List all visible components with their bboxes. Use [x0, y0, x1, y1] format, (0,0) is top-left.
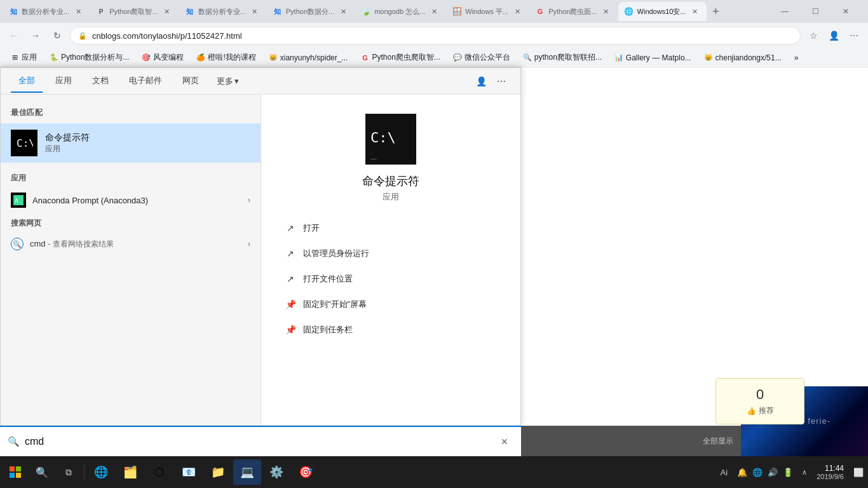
app-list-anaconda[interactable]: A Anaconda Prompt (Anaconda3) ›	[1, 187, 261, 213]
search-tab-web[interactable]: 网页	[175, 70, 207, 93]
bookmark-zhilian[interactable]: 🔍 python爬取智联招...	[518, 51, 607, 64]
tab-5-close[interactable]: ✕	[429, 6, 439, 17]
bookmark-wechat[interactable]: 💬 微信公众平台	[448, 51, 515, 64]
star-button[interactable]: ☆	[804, 27, 822, 44]
taskbar-app-terminal[interactable]: 💻	[233, 459, 261, 485]
search-options-icon[interactable]: ⋯	[492, 72, 510, 90]
tab-2-close[interactable]: ✕	[162, 6, 172, 17]
action-center-icon[interactable]: ⬜	[851, 466, 865, 478]
tab-7-close[interactable]: ✕	[601, 6, 611, 17]
search-clear-button[interactable]: ✕	[496, 433, 513, 451]
tab-7[interactable]: G Python爬虫面... ✕	[529, 2, 617, 21]
tab-4[interactable]: 知 Python数据分... ✕	[267, 2, 355, 21]
show-all-label[interactable]: 全部显示	[703, 436, 733, 447]
bookmark-chengla[interactable]: 🍊 橙啦!我的课程	[191, 51, 261, 64]
tab-7-title: Python爬虫面...	[548, 7, 597, 17]
search-input[interactable]	[25, 436, 491, 447]
taskview-button[interactable]: ⧉	[56, 460, 81, 484]
action-open[interactable]: ↗ 打开	[274, 215, 508, 241]
tab-8[interactable]: 🌐 Windows10安... ✕	[618, 2, 707, 21]
settings-button[interactable]: ⋯	[845, 27, 863, 44]
tab-3-close[interactable]: ✕	[250, 6, 260, 17]
tab-8-close[interactable]: ✕	[690, 6, 700, 17]
bookmark-spider[interactable]: 😸 xianyunyh/spider_...	[264, 52, 353, 64]
web-search-label: 搜索网页	[1, 213, 261, 233]
bookmark-crawl[interactable]: G Python爬虫爬取智...	[355, 51, 445, 64]
taskbar-right: Ai 🔔 🌐 🔊 🔋 ∧ 11:44 2019/9/6 ⬜	[718, 464, 865, 480]
back-button[interactable]: ←	[5, 27, 23, 44]
web-search-text: cmd - 查看网络搜索结果	[30, 239, 114, 250]
action-pin-taskbar-icon: 📌	[284, 323, 297, 336]
taskbar-app-mail[interactable]: 📧	[175, 459, 203, 485]
bookmark-more[interactable]: »	[789, 52, 804, 64]
bookmark-fengbian[interactable]: 🎯 风变编程	[137, 51, 189, 64]
bookmark-python[interactable]: 🐍 Python数据分析与...	[44, 51, 134, 64]
tab-4-close[interactable]: ✕	[338, 6, 348, 17]
forward-button[interactable]: →	[27, 27, 44, 44]
web-search-left: 🔍 cmd - 查看网络搜索结果	[11, 238, 114, 250]
taskbar-app-browser[interactable]: 🌐	[87, 459, 115, 485]
volume-icon[interactable]: 🔊	[766, 466, 780, 478]
tray-expand-icon[interactable]: ∧	[800, 467, 809, 478]
notification-icon[interactable]: 🔔	[735, 466, 749, 478]
search-tab-docs[interactable]: 文档	[85, 70, 116, 93]
action-admin-icon: ↗	[284, 247, 297, 260]
action-pin-taskbar[interactable]: 📌 固定到任务栏	[274, 317, 508, 342]
refresh-button[interactable]: ↻	[48, 27, 66, 44]
taskbar-app-extra[interactable]: 🎯	[292, 459, 320, 485]
close-button[interactable]: ✕	[831, 0, 860, 23]
maximize-button[interactable]: ☐	[801, 0, 830, 23]
web-search-item[interactable]: 🔍 cmd - 查看网络搜索结果 ›	[1, 233, 261, 255]
taskbar-app-file-explorer[interactable]: 🗂️	[116, 459, 144, 485]
bookmark-fengbian-label: 风变编程	[153, 52, 184, 63]
bookmark-spider-label: xianyunyh/spider_...	[280, 53, 348, 62]
taskbar: 🔍 ⧉ 🌐 🗂️ ⬡ 📧 📁 💻 ⚙️ 🎯 Ai 🔔 🌐 🔊 🔋 ∧ 11:44…	[0, 456, 868, 488]
taskbar-app-store[interactable]: ⬡	[146, 459, 173, 485]
taskbar-search-button[interactable]: 🔍	[29, 460, 55, 484]
tab-1[interactable]: 知 数据分析专业... ✕	[3, 2, 90, 21]
taskbar-app-folder[interactable]: 📁	[204, 459, 232, 485]
taskbar-clock[interactable]: 11:44 2019/9/6	[811, 464, 849, 480]
best-match-item[interactable]: C:\ 命令提示符 应用	[1, 123, 261, 163]
web-search-suffix: - 查看网络搜索结果	[48, 240, 113, 248]
search-tab-more[interactable]: 更多 ▾	[212, 71, 244, 92]
bookmark-gallery[interactable]: 📊 Gallery — Matplo...	[609, 52, 696, 64]
tab-2-title: Python爬取智...	[109, 7, 158, 17]
tab-5[interactable]: 🍃 mongodb 怎么... ✕	[355, 2, 445, 21]
start-sq-3	[10, 473, 15, 478]
action-location[interactable]: ↗ 打开文件位置	[274, 266, 508, 292]
tab-2[interactable]: P Python爬取智... ✕	[90, 2, 178, 21]
new-tab-button[interactable]: +	[707, 3, 725, 20]
taskbar-app-settings[interactable]: ⚙️	[262, 459, 290, 485]
user-button[interactable]: 👤	[825, 27, 843, 44]
bookmark-chen[interactable]: 😸 chenjiandongx/51...	[699, 52, 787, 64]
feedback-card: 0 👍 推荐	[715, 378, 804, 424]
tab-3[interactable]: 知 数据分析专业... ✕	[179, 2, 266, 21]
tab-1-close[interactable]: ✕	[73, 6, 83, 17]
network-icon[interactable]: 🌐	[750, 466, 764, 478]
search-person-icon[interactable]: 👤	[472, 72, 490, 90]
start-button[interactable]	[3, 459, 28, 485]
address-bar[interactable]: 🔒 cnblogs.com/tonylaoshi/p/11052427.html	[70, 27, 801, 44]
search-tab-email[interactable]: 电子邮件	[121, 70, 170, 93]
action-pin-start[interactable]: 📌 固定到"开始"屏幕	[274, 292, 508, 317]
start-sq-4	[16, 473, 21, 478]
bookmark-crawl-label: Python爬虫爬取智...	[372, 52, 440, 63]
tab-6[interactable]: 🪟 Windows 平... ✕	[446, 2, 529, 21]
search-tab-apps[interactable]: 应用	[48, 70, 79, 93]
anaconda-name: Anaconda Prompt (Anaconda3)	[32, 196, 148, 205]
action-admin[interactable]: ↗ 以管理员身份运行	[274, 241, 508, 266]
address-text: cnblogs.com/tonylaoshi/p/11052427.html	[92, 31, 792, 41]
web-search-icon: 🔍	[11, 238, 24, 250]
address-bar-row: ← → ↻ 🔒 cnblogs.com/tonylaoshi/p/1105242…	[0, 23, 868, 48]
bookmark-wechat-label: 微信公众平台	[465, 52, 510, 63]
minimize-button[interactable]: —	[770, 0, 799, 23]
search-tab-all[interactable]: 全部	[11, 70, 43, 93]
start-sq-1	[10, 466, 15, 471]
search-right-panel: C:\ _ 命令提示符 应用 ↗ 打开 ↗ 以管理员身份运行 ↗ 打开文件位置	[261, 95, 520, 425]
ai-label[interactable]: Ai	[718, 468, 731, 477]
battery-icon[interactable]: 🔋	[781, 466, 795, 478]
right-actions: ↗ 打开 ↗ 以管理员身份运行 ↗ 打开文件位置 📌 固定到"开始"屏幕 📌	[274, 215, 508, 342]
bookmark-apps[interactable]: ⊞ 应用	[5, 51, 42, 64]
tab-6-close[interactable]: ✕	[512, 6, 522, 17]
